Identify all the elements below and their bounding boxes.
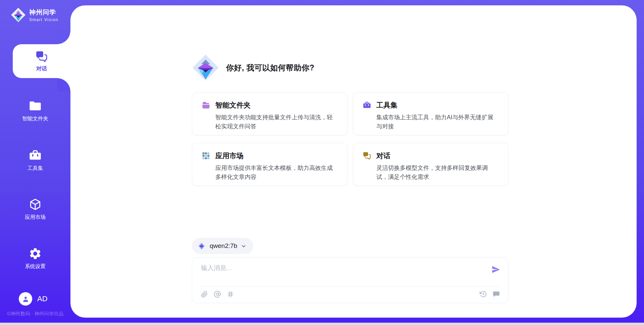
conversations-button[interactable]: [492, 290, 500, 298]
composer: [192, 257, 508, 303]
greeting: 你好, 我可以如何帮助你?: [192, 54, 314, 81]
brand-subtitle: Smart Vision: [29, 17, 58, 22]
chat-icon: [363, 151, 371, 160]
assistant-logo-icon: [192, 54, 219, 81]
sidebar-item-chat[interactable]: 对话: [13, 44, 70, 78]
mention-button[interactable]: [213, 290, 221, 298]
at-sign-icon: [214, 290, 221, 298]
model-name: qwen2:7b: [210, 242, 237, 250]
greeting-text: 你好, 我可以如何帮助你?: [226, 63, 314, 73]
chat-bubble-icon: [492, 290, 500, 298]
brand: 神州问学 Smart Vision: [11, 7, 58, 22]
card-title: 智能文件夹: [215, 101, 251, 110]
sidebar-item-label: 对话: [36, 65, 47, 72]
hash-icon: [227, 290, 234, 298]
cube-icon: [29, 198, 42, 211]
model-logo-icon: [197, 242, 206, 250]
card-description: 应用市场提供丰富长文本模板，助力高效生成多样化文章内容: [215, 164, 338, 182]
sidebar-item-label: 工具集: [28, 165, 43, 172]
message-input[interactable]: [200, 263, 477, 284]
brand-logo-icon: [11, 7, 26, 22]
copyright: ©神州数码 · 神州问学出品: [0, 311, 70, 317]
user-profile[interactable]: AD: [19, 292, 48, 306]
chat-icon: [35, 50, 48, 63]
main-panel: 你好, 我可以如何帮助你? 智能文件夹 智能文件夹功能支持批量文件上传与清洗，轻…: [70, 5, 637, 318]
send-button[interactable]: [491, 265, 501, 275]
content-column: 你好, 我可以如何帮助你? 智能文件夹 智能文件夹功能支持批量文件上传与清洗，轻…: [192, 5, 508, 318]
composer-tools-left: [200, 290, 234, 298]
history-button[interactable]: [479, 290, 487, 298]
toolbox-icon: [29, 149, 42, 162]
card-title: 对话: [376, 151, 390, 160]
user-name: AD: [37, 295, 48, 303]
person-icon: [22, 295, 30, 303]
sidebar-item-label: 应用市场: [25, 214, 46, 221]
gear-icon: [29, 247, 42, 260]
card-description: 集成市场上主流工具，助力AI与外界无缝扩展与对接: [376, 113, 499, 131]
sidebar-item-label: 智能文件夹: [22, 115, 48, 122]
card-title: 应用市场: [215, 151, 244, 160]
sidebar-item-label: 系统设置: [25, 263, 46, 270]
folder-open-icon: [202, 101, 210, 110]
card-toolset[interactable]: 工具集 集成市场上主流工具，助力AI与外界无缝扩展与对接: [353, 92, 508, 135]
card-smart-folder[interactable]: 智能文件夹 智能文件夹功能支持批量文件上传与清洗，轻松实现文件问答: [192, 92, 347, 135]
send-icon: [491, 265, 500, 274]
feature-cards: 智能文件夹 智能文件夹功能支持批量文件上传与清洗，轻松实现文件问答: [192, 92, 508, 186]
avatar: [19, 292, 32, 306]
composer-tools-right: [479, 290, 500, 298]
model-selector[interactable]: qwen2:7b: [192, 238, 253, 254]
attach-file-button[interactable]: [200, 290, 208, 298]
app-root: 神州问学 Smart Vision 对话 智能文件夹: [0, 0, 644, 325]
card-description: 智能文件夹功能支持批量文件上传与清洗，轻松实现文件问答: [215, 113, 338, 131]
brand-text: 神州问学 Smart Vision: [29, 8, 58, 22]
card-title: 工具集: [376, 101, 397, 110]
toolbox-icon: [363, 101, 371, 110]
sidebar-item-settings[interactable]: 系统设置: [0, 247, 70, 270]
paperclip-icon: [201, 291, 208, 298]
window-edge: [0, 323, 644, 325]
card-description: 灵活切换多模型文件，支持多样回复效果调试，满足个性化需求: [376, 164, 499, 182]
hashtag-button[interactable]: [226, 290, 234, 298]
sidebar: 神州问学 Smart Vision 对话 智能文件夹: [0, 0, 70, 325]
history-icon: [480, 290, 487, 298]
composer-divider: [200, 286, 500, 287]
chevron-down-icon: [241, 243, 247, 249]
card-chat[interactable]: 对话 灵活切换多模型文件，支持多样回复效果调试，满足个性化需求: [353, 143, 508, 186]
brand-name: 神州问学: [29, 8, 58, 17]
apps-grid-icon: [202, 151, 210, 160]
sidebar-item-app-market[interactable]: 应用市场: [0, 198, 70, 221]
card-app-market[interactable]: 应用市场 应用市场提供丰富长文本模板，助力高效生成多样化文章内容: [192, 143, 347, 186]
sidebar-item-toolset[interactable]: 工具集: [0, 149, 70, 172]
sidebar-item-smart-folder[interactable]: 智能文件夹: [0, 99, 70, 122]
folder-icon: [29, 99, 42, 113]
